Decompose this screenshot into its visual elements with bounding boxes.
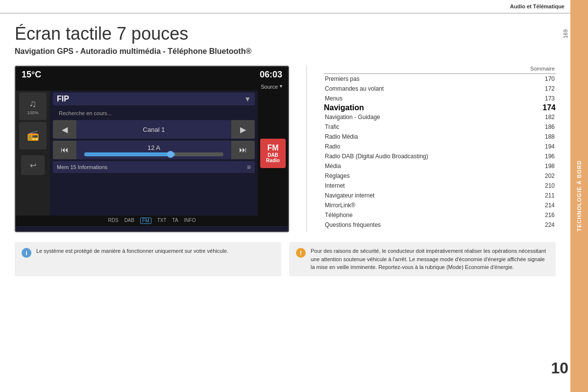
toc-item-label: Premiers pas	[324, 74, 530, 84]
station-subtitle: Recherche en cours...	[55, 110, 116, 118]
toc-item-label: Réglages	[324, 171, 530, 181]
toc-row: Questions fréquentes 224	[324, 220, 556, 230]
canal-row: ◀ Canal 1 ▶	[53, 120, 255, 139]
toc-item-page: 194	[530, 142, 556, 151]
toc-header: Sommaire	[530, 66, 556, 74]
note-box-warn: ! Pour des raisons de sécurité, le condu…	[289, 242, 556, 276]
toc-item-page: 202	[530, 171, 556, 181]
header-label: Audio et Télématique	[510, 3, 564, 9]
toc-item-label: Radio DAB (Digital Audio Broadcasting)	[324, 151, 530, 161]
toc-item-label: Navigation	[324, 103, 530, 112]
toc-row: Téléphone 216	[324, 210, 556, 220]
dab-label: DAB	[268, 152, 278, 158]
toc-row: MirrorLink® 214	[324, 200, 556, 210]
dab-icon[interactable]: FM DAB Radio	[260, 139, 286, 168]
sidebar-label: TECHNOLOGIE À BORD	[576, 160, 582, 231]
toc-row: Commandes au volant 172	[324, 84, 556, 94]
toc-item-label: Questions fréquentes	[324, 220, 530, 230]
toc-item-page: 188	[530, 132, 556, 142]
back-btn[interactable]: ↩	[21, 155, 45, 175]
radio-icon-btn[interactable]: 📻	[19, 122, 47, 149]
main-content: Écran tactile 7 pouces Navigation GPS - …	[0, 14, 570, 392]
radio-icon: 📻	[27, 129, 39, 141]
info-menu-icon[interactable]: ≡	[247, 163, 251, 171]
note-box-info: i Le système est protégé de manière à fo…	[15, 242, 281, 276]
canal-label: Canal 1	[76, 126, 231, 133]
toc-item-page: 210	[530, 181, 556, 191]
toc-row: Navigation 174	[324, 103, 556, 112]
prev-btn[interactable]: ◀	[53, 120, 76, 139]
source-label: Source	[261, 84, 278, 90]
bottom-fm[interactable]: FM	[140, 218, 151, 224]
next-btn[interactable]: ▶	[231, 120, 255, 139]
toc-item-label: Téléphone	[324, 210, 530, 220]
toc-item-label: Radio	[324, 142, 530, 151]
music-icon: ♫	[29, 98, 37, 109]
toc-item-page: 170	[530, 74, 556, 84]
track-center: 12 A	[76, 142, 231, 158]
music-icon-btn[interactable]: ♫ 100%	[19, 93, 47, 120]
column-divider	[306, 66, 307, 232]
toc-item-label: Radio Média	[324, 132, 530, 142]
toc-row: Trafic 186	[324, 122, 556, 132]
source-arrow-icon: ▼	[279, 84, 283, 90]
bottom-info: INFO	[184, 218, 196, 224]
toc-item-label: Navigation - Guidage	[324, 112, 530, 122]
progress-fill	[84, 152, 175, 156]
toc-item-page: 196	[530, 151, 556, 161]
icon-label: 100%	[27, 110, 38, 115]
page-title: Écran tactile 7 pouces	[15, 24, 556, 44]
bottom-txt: TXT	[157, 218, 167, 224]
toc-row: Média 198	[324, 161, 556, 171]
toc-row: Navigation - Guidage 182	[324, 112, 556, 122]
rewind-btn[interactable]: ⏮	[53, 141, 76, 159]
progress-bar[interactable]	[84, 152, 223, 156]
toc-row: Radio 194	[324, 142, 556, 151]
bottom-notes: i Le système est protégé de manière à fo…	[15, 242, 556, 276]
screen-temp: 15°C	[22, 70, 41, 80]
info-row: Mem 15 Informations ≡	[53, 161, 255, 173]
back-icon: ↩	[30, 161, 36, 170]
screen-time: 06:03	[260, 70, 282, 80]
info-text: Mem 15 Informations	[57, 164, 247, 170]
screen-icons-panel: ♫ 100% 📻 ↩	[16, 91, 50, 216]
toc-header-row: Sommaire	[324, 66, 556, 74]
progress-thumb	[167, 151, 174, 158]
bottom-ta: TA	[172, 218, 178, 224]
station-name: FIP	[57, 95, 240, 103]
screen-dab-panel: FM DAB Radio	[258, 91, 288, 216]
toc-row: Navigateur internet 211	[324, 191, 556, 200]
toc-item-page: 214	[530, 200, 556, 210]
screen-main: FIP ▼ Recherche en cours... ◀ Canal 1 ▶	[50, 91, 258, 216]
toc-item-page: 182	[530, 112, 556, 122]
source-bar: Source ▼	[16, 83, 288, 91]
toc-row: Internet 210	[324, 181, 556, 191]
toc-row: Réglages 202	[324, 171, 556, 181]
forward-btn[interactable]: ⏭	[231, 141, 255, 159]
note-info-icon: i	[22, 248, 31, 258]
toc-item-label: Média	[324, 161, 530, 171]
sidebar-strip: TECHNOLOGIE À BORD	[570, 0, 588, 392]
dab-fm-label: FM	[267, 144, 278, 152]
screen-mockup: 15°C 06:03 Source ▼ ♫ 100%	[15, 66, 289, 232]
note-info-text: Le système est protégé de manière à fonc…	[36, 247, 228, 255]
toc-item-page: 216	[530, 210, 556, 220]
screen-body: ♫ 100% 📻 ↩ FIP	[16, 91, 288, 216]
two-column-layout: 15°C 06:03 Source ▼ ♫ 100%	[15, 66, 556, 232]
toc-table: Sommaire Premiers pas 170 Commandes au v…	[324, 66, 556, 230]
toc-item-label: Trafic	[324, 122, 530, 132]
station-dropdown-icon[interactable]: ▼	[244, 95, 251, 103]
right-column: Sommaire Premiers pas 170 Commandes au v…	[324, 66, 556, 232]
top-header: Audio et Télématique	[0, 0, 570, 14]
toc-item-label: MirrorLink®	[324, 200, 530, 210]
toc-item-page: 174	[530, 103, 556, 112]
left-column: 15°C 06:03 Source ▼ ♫ 100%	[15, 66, 289, 232]
dab-radio-label: Radio	[266, 158, 280, 163]
toc-row: Menus 173	[324, 94, 556, 103]
toc-item-page: 186	[530, 122, 556, 132]
track-name: 12 A	[147, 142, 160, 152]
toc-item-label: Internet	[324, 181, 530, 191]
screen-top-bar: 15°C 06:03	[16, 67, 288, 83]
toc-item-page: 198	[530, 161, 556, 171]
toc-item-page: 224	[530, 220, 556, 230]
